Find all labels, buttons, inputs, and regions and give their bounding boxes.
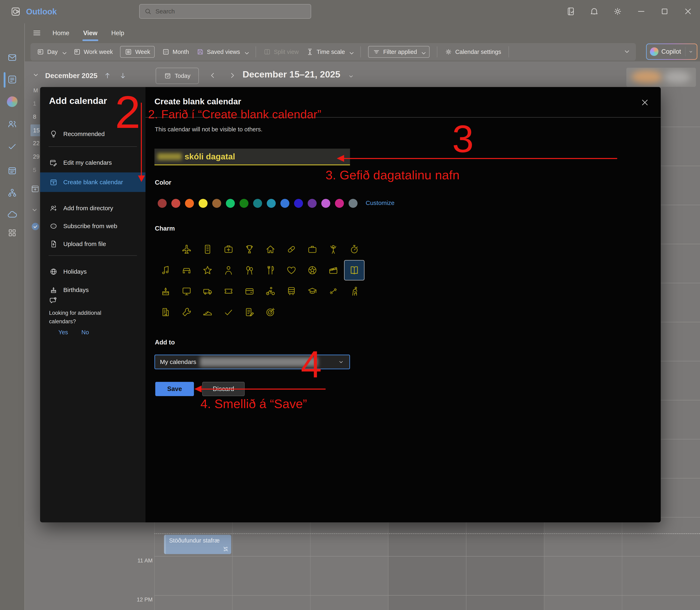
ribbon-overflow-chevron-icon[interactable]: [623, 47, 631, 56]
maximize-icon[interactable]: [660, 6, 669, 16]
next-month-icon[interactable]: [119, 71, 127, 80]
work-week-view-button[interactable]: Work week: [73, 48, 113, 56]
charm-monitor-icon[interactable]: [177, 282, 196, 301]
week-view-button[interactable]: Week: [120, 46, 155, 58]
apps-grid-icon[interactable]: [7, 227, 17, 238]
save-button[interactable]: Save: [155, 382, 194, 396]
color-swatch-2[interactable]: [171, 199, 180, 208]
color-swatch-14[interactable]: [335, 199, 344, 208]
cloud-icon[interactable]: [7, 209, 17, 220]
color-swatch-15[interactable]: [348, 199, 358, 208]
customize-link[interactable]: Customize: [365, 199, 394, 206]
search-input[interactable]: [155, 8, 306, 15]
copilot-button[interactable]: Copilot: [646, 44, 697, 60]
filter-applied-button[interactable]: Filter applied: [368, 46, 430, 58]
panel-item-edit-my-calendars[interactable]: Edit my calendars: [40, 155, 145, 170]
color-swatch-13[interactable]: [321, 199, 330, 208]
charm-car-icon[interactable]: [177, 260, 196, 280]
charm-utensils-icon[interactable]: [261, 260, 280, 280]
previous-week-button[interactable]: [208, 71, 217, 80]
charm-person-waving-icon[interactable]: [324, 240, 343, 259]
charm-wallet-icon[interactable]: [240, 282, 259, 301]
charm-first-aid-kit-icon[interactable]: [219, 240, 238, 259]
calendar-group-collapse-icon[interactable]: [31, 206, 39, 214]
color-swatch-8[interactable]: [253, 199, 262, 208]
people-icon[interactable]: [7, 118, 17, 129]
charm-dumbbell-icon[interactable]: [324, 282, 343, 301]
color-swatch-6[interactable]: [226, 199, 235, 208]
charm-briefcase-icon[interactable]: [302, 240, 322, 259]
calendar-checkbox-icon[interactable]: [31, 222, 40, 231]
menu-item-home[interactable]: Home: [52, 23, 69, 43]
panel-item-holidays[interactable]: Holidays: [40, 264, 145, 279]
charm-graduation-cap-icon[interactable]: [302, 282, 322, 301]
charm-star-icon[interactable]: [198, 260, 217, 280]
yes-link[interactable]: Yes: [58, 329, 68, 336]
date-range-title[interactable]: December 15–21, 2025: [243, 69, 340, 80]
panel-item-create-blank-calendar[interactable]: Create blank calendar: [40, 173, 145, 192]
hamburger-menu-icon[interactable]: [32, 28, 42, 38]
panel-item-birthdays[interactable]: Birthdays: [40, 283, 145, 297]
mini-calendar-collapse-icon[interactable]: [32, 71, 40, 79]
charm-heart-icon[interactable]: [282, 260, 301, 280]
previous-month-icon[interactable]: [103, 71, 111, 80]
month-view-button[interactable]: Month: [162, 48, 189, 56]
charm-balloons-icon[interactable]: [240, 260, 259, 280]
charm-sneaker-icon[interactable]: [198, 302, 217, 322]
charm-checkmark-icon[interactable]: [219, 302, 238, 322]
charm-ticket-icon[interactable]: [219, 282, 238, 301]
charm-bus-icon[interactable]: [282, 282, 301, 301]
org-chart-icon[interactable]: [7, 188, 17, 198]
time-scale-button[interactable]: Time scale: [306, 48, 353, 56]
chevron-down-icon[interactable]: [688, 49, 694, 54]
calendar-name-input[interactable]: skóli dagatal: [154, 149, 350, 165]
charm-book-icon[interactable]: [344, 260, 364, 280]
calendar-icon[interactable]: [7, 74, 17, 85]
charm-home-icon[interactable]: [261, 240, 280, 259]
charm-cyclist-icon[interactable]: [261, 282, 280, 301]
charm-stopwatch-icon[interactable]: [344, 240, 364, 259]
color-swatch-1[interactable]: [158, 199, 167, 208]
charm-clapperboard-icon[interactable]: [324, 260, 343, 280]
menu-item-view[interactable]: View: [83, 23, 97, 43]
charm-fishing-icon[interactable]: [344, 282, 364, 301]
charm-clipboard-pen-icon[interactable]: [240, 302, 259, 322]
calendar-event[interactable]: Stöðufundur stafræ: [164, 535, 231, 554]
copilot-icon[interactable]: [7, 96, 17, 107]
search-box[interactable]: [139, 4, 311, 19]
panel-item-upload-from-file[interactable]: Upload from file: [40, 237, 145, 251]
todo-check-icon[interactable]: [7, 141, 17, 152]
color-swatch-5[interactable]: [212, 199, 221, 208]
charm-trophy-icon[interactable]: [240, 240, 259, 259]
today-button[interactable]: Today: [156, 68, 199, 84]
charm-target-icon[interactable]: [261, 302, 280, 322]
panel-item-add-from-directory[interactable]: Add from directory: [40, 201, 145, 215]
mail-icon[interactable]: [7, 52, 17, 63]
charm-music-note-icon[interactable]: [156, 260, 175, 280]
charm-person-icon[interactable]: [219, 260, 238, 280]
charm-notepad-icon[interactable]: [198, 240, 217, 259]
day-view-button[interactable]: Day: [37, 48, 66, 56]
color-swatch-4[interactable]: [199, 199, 207, 208]
saved-views-button[interactable]: Saved views: [196, 48, 248, 56]
bell-icon[interactable]: [589, 6, 599, 16]
charm-pill-icon[interactable]: [282, 240, 301, 259]
menu-item-help[interactable]: Help: [111, 23, 124, 43]
charm-wrench-icon[interactable]: [177, 302, 196, 322]
calendar-settings-button[interactable]: Calendar settings: [445, 48, 501, 56]
mini-calendar-month-label[interactable]: December 2025: [45, 71, 97, 80]
close-icon[interactable]: [683, 6, 693, 16]
color-swatch-7[interactable]: [239, 199, 248, 208]
color-swatch-12[interactable]: [308, 199, 317, 208]
close-icon[interactable]: [640, 98, 650, 107]
no-link[interactable]: No: [81, 329, 89, 336]
charm-truck-icon[interactable]: [198, 282, 217, 301]
chevron-down-icon[interactable]: [347, 73, 355, 80]
gear-icon[interactable]: [613, 6, 622, 16]
minimize-icon[interactable]: [636, 6, 646, 16]
add-calendar-icon[interactable]: [31, 184, 40, 193]
color-swatch-9[interactable]: [267, 199, 276, 208]
charm-soccer-ball-icon[interactable]: [302, 260, 322, 280]
color-swatch-3[interactable]: [185, 199, 194, 208]
color-swatch-10[interactable]: [280, 199, 289, 208]
